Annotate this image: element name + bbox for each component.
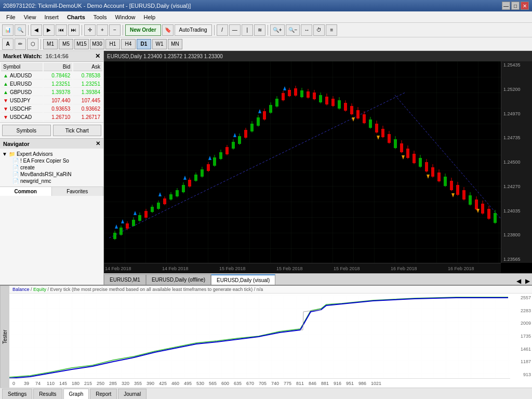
chart-canvas[interactable]: 1.25435 1.25200 1.24970 1.24735 1.24500 …	[104, 61, 532, 273]
tf-h1[interactable]: H1	[105, 39, 120, 49]
chart-area: EURUSD,Daily 1.23400 1.23572 1.23293 1.2…	[104, 51, 532, 285]
tb2-sep1	[41, 39, 41, 49]
price-2: 1.25200	[503, 87, 530, 92]
hline-tool[interactable]: —	[229, 24, 241, 36]
tree-ea-name4: newgrid_nmc	[20, 178, 51, 184]
menu-tools[interactable]: Tools	[89, 13, 111, 21]
market-watch-close[interactable]: ✕	[95, 52, 100, 60]
market-watch-row[interactable]: ▲ EURUSD 1.23251 1.23251	[1, 81, 102, 88]
close-button[interactable]: ✕	[521, 2, 529, 10]
tree-ea-name2: create	[20, 165, 35, 170]
tf-m15[interactable]: M15	[74, 39, 89, 49]
zoom-out2-button[interactable]: 🔍−	[286, 24, 300, 36]
symbol-name: USDJPY	[10, 98, 30, 103]
tree-ea-item-2[interactable]: 📄 create	[2, 164, 101, 171]
menu-insert[interactable]: Insert	[40, 13, 63, 21]
x-881: 881	[321, 381, 334, 386]
time-label-3: 15 Feb 2018	[219, 266, 256, 271]
market-watch-row[interactable]: ▼ USDCAD 1.26710 1.26717	[1, 114, 102, 121]
tb-sep4	[214, 25, 215, 35]
tester-side-label[interactable]: Tester	[0, 286, 9, 388]
symbol-cell: ▲ EURUSD	[1, 81, 43, 88]
zoom-in2-button[interactable]: 🔍+	[270, 24, 285, 36]
clock-button[interactable]: ⏱	[313, 24, 325, 36]
menu-window[interactable]: Window	[111, 13, 139, 21]
new-chart-button[interactable]: 📊	[2, 24, 14, 36]
price-axis: 1.25435 1.25200 1.24970 1.24735 1.24500 …	[501, 61, 532, 263]
tree-ea-item-3[interactable]: 📄 MovBandsRSI_KaRiN	[2, 171, 101, 178]
col-ask: Ask	[73, 63, 102, 71]
fib-tool[interactable]: ≋	[254, 24, 265, 36]
market-watch-row[interactable]: ▼ USDCHF 0.93653 0.93662	[1, 105, 102, 113]
market-watch-title: Market Watch: 16:14:56	[3, 53, 69, 59]
time-label-4: 15 Feb 2018	[276, 266, 313, 271]
dir-arrow: ▼	[3, 106, 8, 112]
chart-tab-daily-visual[interactable]: EURUSD,Daily (visual)	[211, 274, 275, 285]
nav-tab-favorites[interactable]: Favorites	[52, 187, 104, 196]
order-icon[interactable]: 🔖	[162, 24, 174, 36]
navigator-close[interactable]: ✕	[96, 140, 100, 147]
tester-tab-results[interactable]: Results	[33, 389, 62, 399]
new-order-button[interactable]: New Order	[125, 24, 161, 36]
x-600: 600	[221, 381, 234, 386]
x-460: 460	[171, 381, 184, 386]
vline-tool[interactable]: |	[242, 24, 253, 36]
x-670: 670	[246, 381, 259, 386]
tree-ea-item-1[interactable]: 📄 ! EA Forex Copier So	[2, 157, 101, 164]
graph-area: Balance / Equity / Every tick (the most …	[9, 286, 532, 388]
tree-ea-label: Expert Advisors	[17, 151, 52, 157]
draw-tool[interactable]: ✏	[15, 38, 26, 50]
menu-help[interactable]: Help	[140, 13, 160, 21]
tf-h4[interactable]: H4	[121, 39, 136, 49]
scroll-start-button[interactable]: ⏮	[56, 24, 67, 36]
chart-tab-prev[interactable]: ◀	[514, 277, 523, 285]
market-watch-row[interactable]: ▲ GBPUSD 1.39378 1.39384	[1, 89, 102, 96]
tester-tab-settings[interactable]: Settings	[2, 389, 32, 399]
minimize-button[interactable]: —	[502, 2, 510, 10]
autotrading-button[interactable]: AutoTrading	[175, 24, 212, 36]
line-tool[interactable]: /	[217, 24, 228, 36]
forward-button[interactable]: ▶	[43, 24, 55, 36]
chart-tab-m1[interactable]: EURUSD,M1	[104, 274, 146, 285]
maximize-button[interactable]: □	[511, 2, 520, 10]
chart-tab-next[interactable]: ▶	[523, 277, 532, 285]
symbol-name: AUDUSD	[10, 73, 32, 78]
market-watch-row[interactable]: ▼ USDJPY 107.440 107.445	[1, 97, 102, 104]
tf-m1[interactable]: M1	[43, 39, 58, 49]
zoom-button[interactable]: 🔍	[15, 24, 26, 36]
scroll-end-button[interactable]: ⏭	[68, 24, 79, 36]
market-watch-row[interactable]: ▲ AUDUSD 0.78462 0.78538	[1, 72, 102, 79]
crosshair-button[interactable]: ✛	[84, 24, 96, 36]
tf-m5[interactable]: M5	[59, 39, 73, 49]
tf-d1[interactable]: D1	[137, 39, 151, 49]
autoscroll-button[interactable]: ↔	[301, 24, 312, 36]
tester-tab-report[interactable]: Report	[90, 389, 117, 399]
text-tool[interactable]: A	[2, 38, 14, 50]
shape-tool[interactable]: ⬡	[27, 38, 38, 50]
bid-cell: 1.26710	[44, 114, 73, 121]
chart-tab-daily-offline[interactable]: EURUSD,Daily (offline)	[146, 274, 211, 285]
menu-file[interactable]: File	[2, 13, 20, 21]
tree-ea-item-4[interactable]: 📄 newgrid_nmc	[2, 178, 101, 184]
x-110: 110	[47, 381, 59, 386]
tester-tab-journal[interactable]: Journal	[118, 389, 147, 399]
tree-root[interactable]: ▼ 📁 Expert Advisors	[2, 151, 101, 157]
zoom-out-button[interactable]: −	[109, 24, 121, 36]
zoom-in-button[interactable]: +	[97, 24, 108, 36]
back-button[interactable]: ◀	[31, 24, 42, 36]
tick-chart-button[interactable]: Tick Chart	[53, 125, 102, 136]
symbols-button[interactable]: Symbols	[2, 125, 51, 136]
menu-charts[interactable]: Charts	[63, 13, 89, 21]
graph-xaxis: 0 39 74 110 145 180 215 250 285 320 355 …	[9, 378, 510, 388]
menu-view[interactable]: View	[20, 13, 41, 21]
tf-w1[interactable]: W1	[152, 39, 167, 49]
more-button[interactable]: ≡	[326, 24, 337, 36]
title-bar: 2089731202: Tickmill-DemoUK - Demo Accou…	[0, 0, 532, 11]
tester-tab-graph[interactable]: Graph	[63, 389, 89, 399]
nav-tab-common[interactable]: Common	[0, 187, 52, 196]
symbol-cell: ▼ USDCAD	[1, 114, 43, 121]
tf-mn[interactable]: MN	[168, 39, 182, 49]
x-39: 39	[24, 381, 35, 386]
tf-m30[interactable]: M30	[90, 39, 104, 49]
bid-cell: 1.39378	[44, 89, 73, 96]
